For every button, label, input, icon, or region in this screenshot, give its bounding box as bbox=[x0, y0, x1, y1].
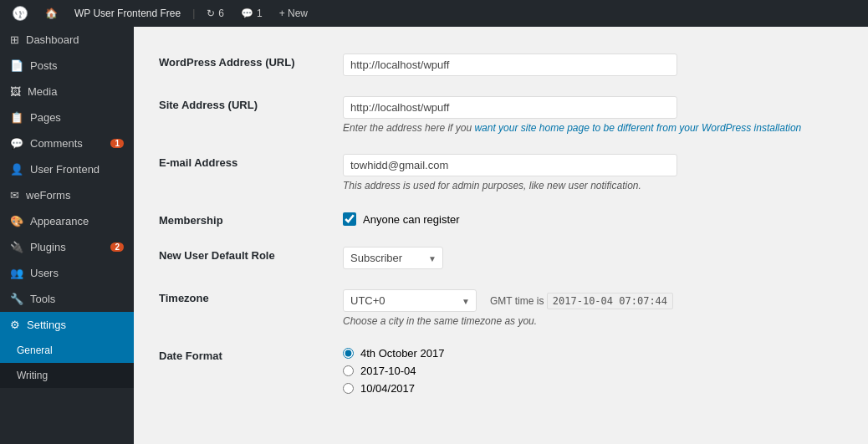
settings-table: WordPress Address (URL) Site Address (UR… bbox=[151, 43, 851, 405]
timezone-select-wrap: UTC+0 ▼ bbox=[343, 289, 477, 312]
users-icon: 👥 bbox=[10, 267, 23, 279]
date-format-options: 4th October 2017 2017-10-04 10/04/2017 bbox=[343, 347, 843, 395]
date-option-3-label[interactable]: 10/04/2017 bbox=[360, 382, 415, 395]
submenu-general[interactable]: General bbox=[0, 338, 134, 363]
submenu-writing[interactable]: Writing bbox=[0, 363, 134, 388]
gmt-info: GMT time is 2017-10-04 07:07:44 bbox=[490, 295, 673, 307]
updates-button[interactable]: ↻ 6 bbox=[202, 0, 229, 27]
new-user-role-select[interactable]: Subscriber bbox=[343, 247, 443, 269]
new-user-role-label: New User Default Role bbox=[151, 237, 334, 279]
sidebar-item-media[interactable]: 🖼 Media bbox=[0, 79, 134, 105]
updates-icon: ↻ bbox=[207, 8, 215, 19]
date-option-3-radio[interactable] bbox=[343, 383, 354, 394]
sidebar-item-tools[interactable]: 🔧 Tools bbox=[0, 286, 134, 312]
timezone-label: Timezone bbox=[151, 279, 334, 337]
home-icon: 🏠 bbox=[45, 8, 58, 19]
date-option-2-label[interactable]: 2017-10-04 bbox=[360, 365, 416, 377]
site-address-label: Site Address (URL) bbox=[151, 86, 334, 144]
date-format-label: Date Format bbox=[151, 337, 334, 405]
appearance-icon: 🎨 bbox=[10, 215, 23, 227]
comments-badge: 1 bbox=[110, 139, 124, 148]
date-option-1-radio[interactable] bbox=[343, 348, 354, 359]
new-user-role-select-wrap: Subscriber ▼ bbox=[343, 247, 443, 269]
plugins-badge: 2 bbox=[110, 242, 124, 252]
anyone-can-register-text[interactable]: Anyone can register bbox=[363, 213, 460, 226]
date-option-3-row: 10/04/2017 bbox=[343, 382, 843, 395]
settings-submenu: General Writing bbox=[0, 338, 134, 388]
sidebar-item-appearance[interactable]: 🎨 Appearance bbox=[0, 208, 134, 234]
settings-arrow bbox=[130, 312, 134, 338]
membership-row: Membership Anyone can register bbox=[151, 202, 851, 237]
site-address-row: Site Address (URL) Enter the address her… bbox=[151, 86, 851, 144]
site-name[interactable]: WP User Frontend Free bbox=[69, 0, 186, 27]
date-option-1-row: 4th October 2017 bbox=[343, 347, 843, 360]
pages-icon: 📋 bbox=[10, 111, 23, 124]
sidebar-item-weforms[interactable]: ✉ weForms bbox=[0, 182, 134, 208]
media-icon: 🖼 bbox=[10, 85, 21, 98]
date-option-2-radio[interactable] bbox=[343, 365, 354, 376]
sidebar-item-pages[interactable]: 📋 Pages bbox=[0, 105, 134, 130]
sidebar-item-dashboard[interactable]: ⊞ Dashboard bbox=[0, 27, 134, 53]
site-address-desc: Enter the address here if you want your … bbox=[343, 122, 843, 134]
tools-icon: 🔧 bbox=[10, 293, 23, 305]
user-frontend-icon: 👤 bbox=[10, 163, 23, 176]
date-option-2-row: 2017-10-04 bbox=[343, 365, 843, 377]
membership-label: Membership bbox=[151, 202, 334, 237]
new-content-button[interactable]: + New bbox=[274, 0, 313, 27]
email-address-desc: This address is used for admin purposes,… bbox=[343, 180, 843, 191]
settings-form: WordPress Address (URL) Site Address (UR… bbox=[134, 27, 868, 421]
wordpress-address-label: WordPress Address (URL) bbox=[151, 43, 334, 86]
weforms-icon: ✉ bbox=[10, 189, 19, 202]
comments-icon: 💬 bbox=[241, 8, 253, 19]
new-user-role-row: New User Default Role Subscriber ▼ bbox=[151, 237, 851, 279]
gmt-datetime: 2017-10-04 07:07:44 bbox=[547, 293, 673, 309]
site-address-input[interactable] bbox=[343, 96, 677, 119]
sidebar: ⊞ Dashboard 📄 Posts 🖼 Media 📋 Pages 💬 Co… bbox=[0, 27, 134, 444]
sidebar-item-user-frontend[interactable]: 👤 User Frontend bbox=[0, 156, 134, 182]
timezone-desc: Choose a city in the same timezone as yo… bbox=[343, 315, 843, 327]
main-content: WordPress Address (URL) Site Address (UR… bbox=[134, 27, 868, 444]
site-address-link[interactable]: want your site home page to be different… bbox=[474, 122, 801, 134]
posts-icon: 📄 bbox=[10, 59, 23, 72]
settings-icon: ⚙ bbox=[10, 319, 20, 331]
email-address-input[interactable] bbox=[343, 154, 677, 176]
admin-bar: 🏠 WP User Frontend Free | ↻ 6 💬 1 + New bbox=[0, 0, 868, 27]
anyone-can-register-checkbox[interactable] bbox=[343, 212, 356, 226]
plugins-icon: 🔌 bbox=[10, 241, 23, 253]
email-address-label: E-mail Address bbox=[151, 144, 334, 202]
timezone-row: Timezone UTC+0 ▼ GMT time is bbox=[151, 279, 851, 337]
comments-button[interactable]: 💬 1 bbox=[236, 0, 268, 27]
sidebar-item-comments[interactable]: 💬 Comments 1 bbox=[0, 130, 134, 156]
sidebar-item-plugins[interactable]: 🔌 Plugins 2 bbox=[0, 234, 134, 260]
date-format-row: Date Format 4th October 2017 2017-10-04 bbox=[151, 337, 851, 405]
date-option-1-label[interactable]: 4th October 2017 bbox=[360, 347, 444, 360]
wordpress-address-input[interactable] bbox=[343, 54, 677, 76]
email-address-row: E-mail Address This address is used for … bbox=[151, 144, 851, 202]
comments-nav-icon: 💬 bbox=[10, 137, 23, 150]
sidebar-item-settings[interactable]: ⚙ Settings bbox=[0, 312, 134, 338]
anyone-can-register-row: Anyone can register bbox=[343, 212, 843, 226]
wordpress-address-row: WordPress Address (URL) bbox=[151, 43, 851, 86]
timezone-select[interactable]: UTC+0 bbox=[343, 289, 477, 312]
home-button[interactable]: 🏠 bbox=[40, 0, 63, 27]
wp-logo-button[interactable] bbox=[7, 0, 33, 27]
sidebar-item-posts[interactable]: 📄 Posts bbox=[0, 53, 134, 79]
sidebar-item-users[interactable]: 👥 Users bbox=[0, 260, 134, 286]
timezone-controls: UTC+0 ▼ GMT time is 2017-10-04 07:07:44 bbox=[343, 289, 843, 312]
dashboard-icon: ⊞ bbox=[10, 33, 19, 46]
